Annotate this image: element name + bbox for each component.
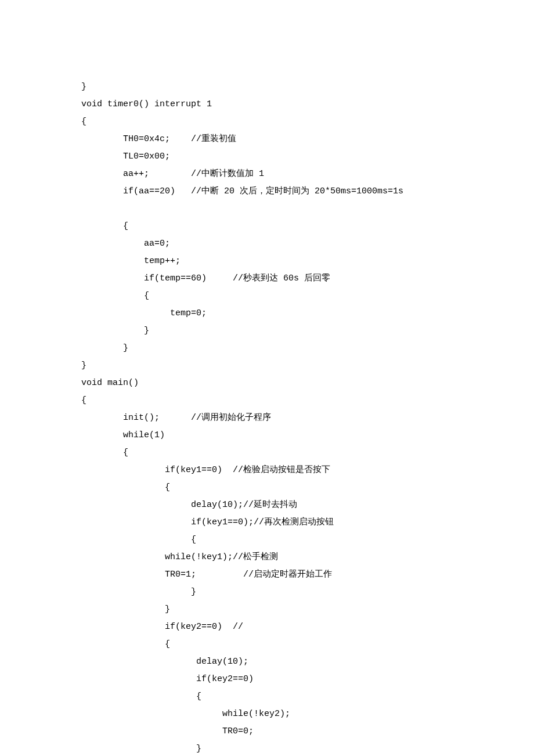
code-line: } xyxy=(81,322,534,340)
code-line: } xyxy=(81,357,534,375)
code-line: if(key1==0);//再次检测启动按钮 xyxy=(81,514,534,531)
code-line: { xyxy=(81,444,534,462)
code-line: if(aa==20) //中断 20 次后，定时时间为 20*50ms=1000… xyxy=(81,183,534,200)
code-line: while(1) xyxy=(81,427,534,444)
code-line: delay(10); xyxy=(81,653,534,671)
code-line: } xyxy=(81,78,534,96)
code-line: temp=0; xyxy=(81,305,534,322)
code-line: { xyxy=(81,287,534,305)
code-line: { xyxy=(81,688,534,705)
code-line: TR0=0; xyxy=(81,723,534,740)
code-line: } xyxy=(81,740,534,756)
code-line: delay(10);//延时去抖动 xyxy=(81,496,534,514)
code-line: if(key2==0) xyxy=(81,671,534,688)
code-page: }void timer0() interrupt 1{ TH0=0x4c; //… xyxy=(0,0,534,756)
code-line: { xyxy=(81,113,534,131)
code-line: void timer0() interrupt 1 xyxy=(81,96,534,113)
code-line: if(key2==0) // xyxy=(81,618,534,636)
code-line: TH0=0x4c; //重装初值 xyxy=(81,131,534,148)
code-line: temp++; xyxy=(81,253,534,270)
code-line: TL0=0x00; xyxy=(81,148,534,165)
code-line: while(!key2); xyxy=(81,705,534,723)
code-line: aa=0; xyxy=(81,235,534,253)
code-line: aa++; //中断计数值加 1 xyxy=(81,165,534,183)
code-line: void main() xyxy=(81,375,534,392)
code-line: { xyxy=(81,636,534,653)
code-line: } xyxy=(81,340,534,357)
code-line: if(key1==0) //检验启动按钮是否按下 xyxy=(81,462,534,479)
code-line: while(!key1);//松手检测 xyxy=(81,549,534,566)
code-line: { xyxy=(81,218,534,235)
code-line: { xyxy=(81,392,534,409)
code-line: { xyxy=(81,531,534,549)
code-line xyxy=(81,200,534,218)
code-line: } xyxy=(81,584,534,601)
code-line: } xyxy=(81,601,534,618)
code-line: { xyxy=(81,479,534,496)
code-line: TR0=1; //启动定时器开始工作 xyxy=(81,566,534,584)
code-line: if(temp==60) //秒表到达 60s 后回零 xyxy=(81,270,534,287)
code-line: init(); //调用初始化子程序 xyxy=(81,409,534,427)
